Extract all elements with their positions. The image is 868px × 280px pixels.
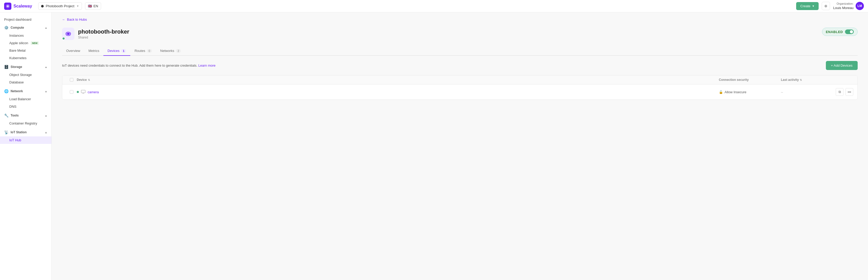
chevron-down-icon: ▼ [76, 5, 79, 7]
lang-selector[interactable]: 🇬🇧 EN [85, 2, 101, 10]
tab-routes-label: Routes [134, 49, 145, 53]
compute-chevron-icon: ▲ [45, 26, 47, 29]
create-button[interactable]: Create ▼ [796, 2, 818, 10]
tab-metrics-label: Metrics [88, 49, 99, 53]
database-label: Database [9, 80, 24, 84]
main-layout: Project dashboard ⚙️ Compute ▲ Instances… [0, 12, 868, 280]
sidebar-section-header-compute[interactable]: ⚙️ Compute ▲ [0, 24, 52, 32]
copy-button[interactable]: ⧉ [836, 88, 843, 96]
sidebar-item-dns[interactable]: DNS [0, 103, 52, 110]
connection-security-cell: 🔓 Allow Insecure [719, 90, 781, 94]
sidebar-section-tools: 🔧 Tools ▲ Container Registry [0, 111, 52, 127]
create-chevron-icon: ▼ [812, 5, 814, 7]
sidebar-item-object-storage[interactable]: Object Storage [0, 71, 52, 78]
learn-more-label: Learn more [198, 64, 215, 67]
sidebar-item-database[interactable]: Database [0, 78, 52, 86]
sidebar-section-header-iot[interactable]: 📡 IoT Station ▲ [0, 128, 52, 136]
section-left-tools: 🔧 Tools [4, 113, 19, 117]
org-label: Organization: [833, 2, 854, 6]
add-devices-button[interactable]: + Add Devices [826, 61, 858, 70]
storage-icon: 🗄️ [4, 65, 8, 69]
device-type-icon [81, 90, 86, 94]
storage-chevron-icon: ▲ [45, 66, 47, 68]
sidebar-section-compute: ⚙️ Compute ▲ Instances Apple silicon NEW… [0, 24, 52, 62]
learn-more-link[interactable]: Learn more [198, 64, 215, 67]
sidebar-item-bare-metal[interactable]: Bare Metal [0, 47, 52, 54]
row-checkbox-area[interactable] [66, 90, 77, 94]
enabled-label: ENABLED [826, 30, 843, 34]
toggle-enabled[interactable] [845, 29, 854, 34]
tabs: Overview Metrics Devices 1 Routes 0 Netw… [62, 46, 858, 56]
apple-silicon-label: Apple silicon [9, 41, 28, 45]
dns-label: DNS [9, 105, 16, 108]
avatar[interactable]: LM [856, 2, 864, 10]
container-registry-label: Container Registry [9, 121, 37, 125]
sidebar-section-header-storage[interactable]: 🗄️ Storage ▲ [0, 63, 52, 71]
table-header: Device ⇅ Connection security Last activi… [62, 75, 858, 84]
select-all-checkbox-area[interactable] [66, 78, 77, 82]
sidebar-item-instances[interactable]: Instances [0, 32, 52, 39]
select-all-checkbox[interactable] [70, 78, 73, 82]
device-sort-icon[interactable]: ⇅ [88, 78, 90, 81]
flag-icon: 🇬🇧 [88, 4, 92, 8]
device-name-cell[interactable]: camera [77, 90, 719, 94]
bare-metal-label: Bare Metal [9, 48, 26, 53]
sidebar: Project dashboard ⚙️ Compute ▲ Instances… [0, 12, 52, 280]
main-content: ← Back to Hubs [52, 12, 868, 280]
tab-devices-label: Devices [107, 49, 119, 53]
tab-networks-label: Networks [160, 49, 174, 53]
enabled-badge: ENABLED [822, 28, 858, 36]
th-activity-label: Last activity [781, 78, 799, 82]
hub-title: photobooth-broker [78, 28, 129, 35]
iot-chevron-icon: ▲ [45, 131, 47, 134]
section-left-compute: ⚙️ Compute [4, 26, 24, 30]
support-button[interactable]: ⊕ [822, 2, 830, 10]
sidebar-item-load-balancer[interactable]: Load Balancer [0, 95, 52, 103]
back-to-hubs-link[interactable]: ← Back to Hubs [62, 18, 858, 22]
sidebar-item-iot-hub[interactable]: IoT Hub [0, 136, 52, 144]
tab-networks[interactable]: Networks 2 [156, 46, 185, 56]
info-bar: IoT devices need credentials to connect … [62, 61, 858, 70]
lock-icon: 🔓 [719, 90, 723, 94]
row-actions: ⧉ ••• [833, 88, 853, 96]
tab-metrics[interactable]: Metrics [84, 46, 103, 56]
logo-text: Scaleway [13, 4, 32, 8]
copy-icon: ⧉ [839, 90, 841, 94]
lang-label: EN [94, 4, 98, 8]
network-label: Network [10, 90, 23, 93]
tab-routes[interactable]: Routes 0 [130, 46, 156, 56]
sidebar-item-apple-silicon[interactable]: Apple silicon NEW [0, 39, 52, 47]
tab-devices[interactable]: Devices 1 [103, 46, 130, 56]
sidebar-item-project-dashboard[interactable]: Project dashboard [0, 15, 52, 24]
sidebar-section-header-network[interactable]: 🌐 Network ▲ [0, 87, 52, 95]
section-left-network: 🌐 Network [4, 89, 23, 93]
compute-label: Compute [10, 26, 24, 29]
hub-header: photobooth-broker Shared ENABLED [62, 28, 858, 40]
activity-sort-icon[interactable]: ⇅ [800, 78, 802, 81]
iot-hub-label: IoT Hub [9, 138, 21, 142]
hub-icon-wrapper [62, 28, 74, 40]
iot-icon: 📡 [4, 130, 8, 134]
project-dashboard-label: Project dashboard [4, 18, 32, 22]
section-left-iot: 📡 IoT Station [4, 130, 27, 134]
sidebar-section-network: 🌐 Network ▲ Load Balancer DNS [0, 87, 52, 110]
more-options-button[interactable]: ••• [845, 88, 853, 96]
object-storage-label: Object Storage [9, 73, 32, 77]
project-selector[interactable]: Photobooth Project ▼ [38, 2, 82, 10]
instances-label: Instances [9, 34, 24, 37]
section-left-storage: 🗄️ Storage [4, 65, 22, 69]
project-name: Photobooth Project [46, 4, 74, 8]
tab-overview[interactable]: Overview [62, 46, 84, 56]
svg-point-1 [7, 6, 8, 6]
sidebar-item-kubernetes[interactable]: Kubernetes [0, 54, 52, 62]
row-checkbox[interactable] [70, 90, 73, 94]
last-activity-cell: -- [781, 90, 833, 94]
tools-label: Tools [10, 114, 19, 117]
sidebar-item-container-registry[interactable]: Container Registry [0, 119, 52, 127]
support-icon: ⊕ [824, 4, 828, 8]
sidebar-section-header-tools[interactable]: 🔧 Tools ▲ [0, 111, 52, 119]
th-device: Device ⇅ [77, 78, 719, 82]
connection-security-value: Allow Insecure [724, 90, 746, 94]
info-text: IoT devices need credentials to connect … [62, 64, 216, 67]
tools-chevron-icon: ▲ [45, 114, 47, 117]
